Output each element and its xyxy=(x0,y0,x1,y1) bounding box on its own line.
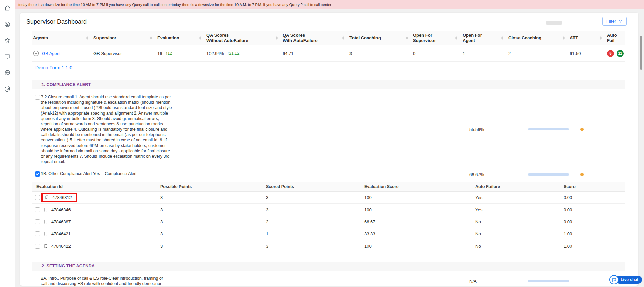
column-header-evaluation[interactable]: Evaluation xyxy=(156,31,205,45)
question-score-value: N/A xyxy=(469,278,477,283)
column-header-open-for-supervisor[interactable]: Open ForSupervisor xyxy=(412,31,461,45)
score-progress-bar xyxy=(528,280,569,282)
cell-possible-points: 3 xyxy=(160,207,266,212)
status-dot xyxy=(580,128,584,131)
row-checkbox[interactable] xyxy=(35,231,40,236)
sidebar-item-global[interactable] xyxy=(3,69,12,76)
sort-icon xyxy=(453,36,457,40)
column-label: ATT xyxy=(570,35,578,41)
cell-possible-points: 3 xyxy=(160,244,266,249)
agents-table-header: Agents Supervisor Evaluation QA ScoresWi… xyxy=(32,31,625,45)
pass-badge[interactable]: 11 xyxy=(617,50,624,57)
evaluation-count: 16 xyxy=(157,51,162,56)
eval-column-id: Evaluation Id xyxy=(32,184,160,189)
monitor-icon xyxy=(4,53,11,60)
scrollbar-thumb[interactable] xyxy=(640,36,642,70)
bookmark-icon[interactable] xyxy=(43,231,48,236)
cell-final-score: 1.00 xyxy=(564,231,625,236)
column-label: Auto Fail xyxy=(607,33,621,44)
section-header-compliance-alert: 1. COMPLIANCE ALERT xyxy=(32,80,625,89)
auto-fail-badge[interactable]: 5 xyxy=(607,50,614,57)
column-header-qa-with-autofailure[interactable]: QA ScoresWith AutoFailure xyxy=(282,31,348,45)
question-checkbox[interactable] xyxy=(35,95,40,100)
evaluation-row: 47846387 3 2 66.67 No 0.00 xyxy=(32,216,625,228)
row-checkbox[interactable] xyxy=(35,219,40,224)
question-item: 3.2 Closure email 1. Agent should use st… xyxy=(32,94,625,164)
pie-chart-icon xyxy=(4,86,11,92)
agents-table: Agents Supervisor Evaluation QA ScoresWi… xyxy=(32,31,625,62)
sidebar-item-profile[interactable] xyxy=(3,21,12,28)
column-label: Agents xyxy=(33,35,48,41)
cell-final-score: 0.00 xyxy=(564,195,625,200)
highlight-annotation: 47846312 xyxy=(41,193,77,202)
row-checkbox[interactable] xyxy=(35,195,40,200)
evaluation-id: 47846422 xyxy=(51,244,71,249)
column-header-agents[interactable]: Agents xyxy=(32,31,92,45)
tab-demo-form[interactable]: Demo Form 1.1.0 xyxy=(35,62,73,74)
bookmark-icon[interactable] xyxy=(44,195,49,200)
bookmark-icon[interactable] xyxy=(43,207,48,212)
row-checkbox[interactable] xyxy=(35,207,40,212)
column-header-open-for-agent[interactable]: Open ForAgent xyxy=(461,31,507,45)
sidebar-item-home[interactable] xyxy=(3,4,12,12)
sidebar-item-dashboard[interactable] xyxy=(3,53,12,60)
column-header-auto-fail[interactable]: Auto Fail xyxy=(606,31,625,45)
collapse-row-icon[interactable] xyxy=(33,50,39,56)
question-item: 1B. Other Compliance Alert Yes = Complia… xyxy=(32,171,625,178)
eval-column-scored: Scored Points xyxy=(266,184,364,189)
column-label-line2: Supervisor xyxy=(413,38,436,43)
cell-final-score: 0.00 xyxy=(564,219,625,224)
page-title: Supervisor Dashboard xyxy=(26,18,87,25)
column-header-supervisor[interactable]: Supervisor xyxy=(92,31,156,45)
bookmark-icon[interactable] xyxy=(43,244,48,249)
column-header-close-coaching[interactable]: Close Coaching xyxy=(507,31,569,45)
qa-without-value: 102.94% xyxy=(206,51,224,56)
cell-auto-failure: Yes xyxy=(475,195,564,200)
sort-icon xyxy=(340,36,344,40)
sidebar-item-favorites[interactable] xyxy=(3,37,12,44)
cell-final-score: 1.00 xyxy=(564,244,625,249)
column-header-total-coaching[interactable]: Total Coaching xyxy=(348,31,412,45)
row-checkbox[interactable] xyxy=(35,244,40,249)
evaluation-delta: 12 xyxy=(165,51,172,56)
column-label: Total Coaching xyxy=(349,35,381,41)
question-checkbox[interactable] xyxy=(35,171,40,177)
score-progress-bar xyxy=(528,128,569,130)
placeholder-pill xyxy=(546,21,562,25)
column-header-qa-without-autofailure[interactable]: QA ScoresWithout AutoFailure xyxy=(205,31,282,45)
home-icon xyxy=(4,5,11,11)
score-progress-bar xyxy=(528,173,569,176)
evaluations-table: Evaluation Id Possible Points Scored Poi… xyxy=(32,182,625,252)
question-text: 3.2 Closure email 1. Agent should use st… xyxy=(41,94,173,164)
cell-possible-points: 3 xyxy=(160,219,266,224)
column-label: Open For xyxy=(413,33,436,38)
bookmark-icon[interactable] xyxy=(43,219,48,224)
star-icon xyxy=(4,37,11,44)
app-sidebar xyxy=(0,0,15,287)
sort-icon xyxy=(561,36,565,40)
column-label: QA Scores xyxy=(283,33,317,38)
live-chat-label: Live chat xyxy=(616,276,642,284)
evaluations-table-header: Evaluation Id Possible Points Scored Poi… xyxy=(32,182,625,192)
filter-button[interactable]: Filter xyxy=(602,17,627,26)
column-header-att[interactable]: ATT xyxy=(569,31,606,45)
cell-evaluation-score: 33.33 xyxy=(364,231,475,236)
sidebar-item-reports[interactable] xyxy=(3,85,12,93)
column-label: Supervisor xyxy=(93,35,116,41)
form-tabs: Demo Form 1.1.0 xyxy=(32,62,625,74)
cell-qa-without-autofailure: 102.94% 21.12 xyxy=(205,51,282,56)
cell-possible-points: 3 xyxy=(160,195,266,200)
cell-att: 61:50 xyxy=(569,51,606,56)
cell-possible-points: 3 xyxy=(160,231,266,236)
cell-scored-points: 2 xyxy=(266,219,364,224)
cell-auto-failure: No xyxy=(475,244,564,249)
column-label-line2: With AutoFailure xyxy=(283,38,317,43)
qa-without-delta: 21.12 xyxy=(227,51,239,56)
agent-link[interactable]: GB Agent xyxy=(42,51,61,56)
eval-column-score: Evaluation Score xyxy=(364,184,475,189)
cell-agent: GB Agent xyxy=(32,50,92,56)
live-chat-button[interactable]: Live chat xyxy=(609,275,642,284)
section-header-setting-the-agenda: 2. SETTING THE AGENDA xyxy=(32,262,625,271)
cell-supervisor: GB Supervisor xyxy=(92,51,156,56)
sort-icon xyxy=(197,36,201,40)
